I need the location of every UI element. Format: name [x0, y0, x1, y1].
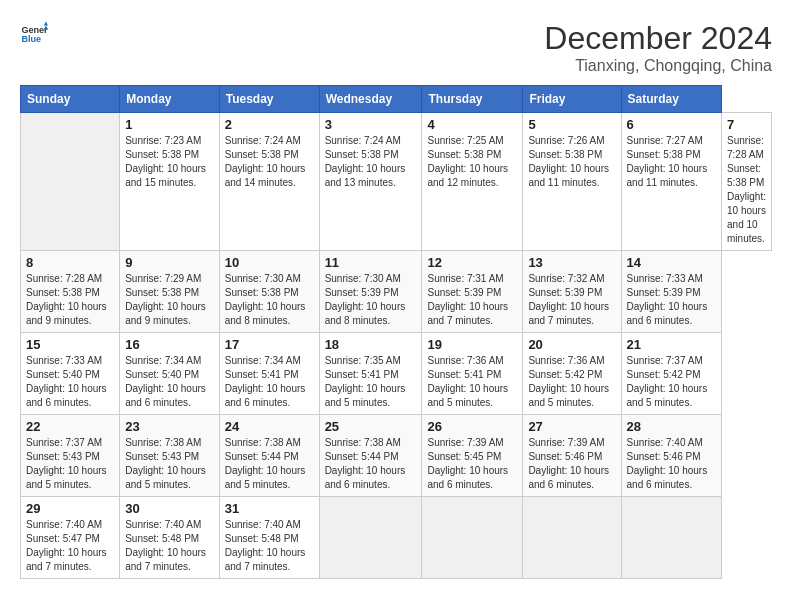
calendar-cell: 5Sunrise: 7:26 AMSunset: 5:38 PMDaylight… [523, 113, 621, 251]
day-number: 23 [125, 419, 214, 434]
main-title: December 2024 [544, 20, 772, 57]
day-number: 10 [225, 255, 314, 270]
day-info: Sunrise: 7:28 AMSunset: 5:38 PMDaylight:… [26, 272, 114, 328]
logo: General Blue [20, 20, 48, 48]
day-number: 3 [325, 117, 417, 132]
calendar-cell: 27Sunrise: 7:39 AMSunset: 5:46 PMDayligh… [523, 415, 621, 497]
day-info: Sunrise: 7:39 AMSunset: 5:45 PMDaylight:… [427, 436, 517, 492]
day-number: 12 [427, 255, 517, 270]
calendar-cell: 9Sunrise: 7:29 AMSunset: 5:38 PMDaylight… [120, 251, 220, 333]
calendar-cell: 10Sunrise: 7:30 AMSunset: 5:38 PMDayligh… [219, 251, 319, 333]
day-number: 16 [125, 337, 214, 352]
calendar-cell: 29Sunrise: 7:40 AMSunset: 5:47 PMDayligh… [21, 497, 120, 579]
day-info: Sunrise: 7:40 AMSunset: 5:48 PMDaylight:… [225, 518, 314, 574]
calendar-cell: 26Sunrise: 7:39 AMSunset: 5:45 PMDayligh… [422, 415, 523, 497]
calendar-cell: 1Sunrise: 7:23 AMSunset: 5:38 PMDaylight… [120, 113, 220, 251]
calendar-week-row: 1Sunrise: 7:23 AMSunset: 5:38 PMDaylight… [21, 113, 772, 251]
day-info: Sunrise: 7:34 AMSunset: 5:41 PMDaylight:… [225, 354, 314, 410]
calendar-cell: 4Sunrise: 7:25 AMSunset: 5:38 PMDaylight… [422, 113, 523, 251]
calendar-cell: 12Sunrise: 7:31 AMSunset: 5:39 PMDayligh… [422, 251, 523, 333]
calendar-cell: 23Sunrise: 7:38 AMSunset: 5:43 PMDayligh… [120, 415, 220, 497]
calendar-cell [319, 497, 422, 579]
svg-text:Blue: Blue [21, 34, 41, 44]
day-info: Sunrise: 7:23 AMSunset: 5:38 PMDaylight:… [125, 134, 214, 190]
page-header: General Blue December 2024 Tianxing, Cho… [20, 20, 772, 75]
calendar-week-row: 15Sunrise: 7:33 AMSunset: 5:40 PMDayligh… [21, 333, 772, 415]
calendar-cell: 11Sunrise: 7:30 AMSunset: 5:39 PMDayligh… [319, 251, 422, 333]
day-info: Sunrise: 7:31 AMSunset: 5:39 PMDaylight:… [427, 272, 517, 328]
calendar-cell: 19Sunrise: 7:36 AMSunset: 5:41 PMDayligh… [422, 333, 523, 415]
calendar-week-row: 8Sunrise: 7:28 AMSunset: 5:38 PMDaylight… [21, 251, 772, 333]
day-number: 6 [627, 117, 716, 132]
weekday-header-monday: Monday [120, 86, 220, 113]
calendar-cell: 30Sunrise: 7:40 AMSunset: 5:48 PMDayligh… [120, 497, 220, 579]
day-number: 28 [627, 419, 716, 434]
empty-cell [21, 113, 120, 251]
calendar-cell: 28Sunrise: 7:40 AMSunset: 5:46 PMDayligh… [621, 415, 721, 497]
calendar-cell: 8Sunrise: 7:28 AMSunset: 5:38 PMDaylight… [21, 251, 120, 333]
day-number: 5 [528, 117, 615, 132]
calendar-cell: 22Sunrise: 7:37 AMSunset: 5:43 PMDayligh… [21, 415, 120, 497]
title-area: December 2024 Tianxing, Chongqing, China [544, 20, 772, 75]
logo-icon: General Blue [20, 20, 48, 48]
calendar-cell: 20Sunrise: 7:36 AMSunset: 5:42 PMDayligh… [523, 333, 621, 415]
day-info: Sunrise: 7:25 AMSunset: 5:38 PMDaylight:… [427, 134, 517, 190]
day-number: 14 [627, 255, 716, 270]
day-number: 13 [528, 255, 615, 270]
day-info: Sunrise: 7:38 AMSunset: 5:43 PMDaylight:… [125, 436, 214, 492]
calendar-cell: 7Sunrise: 7:28 AMSunset: 5:38 PMDaylight… [722, 113, 772, 251]
calendar-cell: 17Sunrise: 7:34 AMSunset: 5:41 PMDayligh… [219, 333, 319, 415]
day-info: Sunrise: 7:38 AMSunset: 5:44 PMDaylight:… [225, 436, 314, 492]
day-info: Sunrise: 7:32 AMSunset: 5:39 PMDaylight:… [528, 272, 615, 328]
weekday-header-tuesday: Tuesday [219, 86, 319, 113]
weekday-header-wednesday: Wednesday [319, 86, 422, 113]
day-info: Sunrise: 7:40 AMSunset: 5:47 PMDaylight:… [26, 518, 114, 574]
subtitle: Tianxing, Chongqing, China [544, 57, 772, 75]
day-info: Sunrise: 7:40 AMSunset: 5:48 PMDaylight:… [125, 518, 214, 574]
weekday-header-saturday: Saturday [621, 86, 721, 113]
day-number: 2 [225, 117, 314, 132]
day-number: 1 [125, 117, 214, 132]
weekday-header-thursday: Thursday [422, 86, 523, 113]
day-info: Sunrise: 7:36 AMSunset: 5:42 PMDaylight:… [528, 354, 615, 410]
weekday-header-friday: Friday [523, 86, 621, 113]
svg-marker-2 [44, 21, 48, 25]
day-number: 4 [427, 117, 517, 132]
day-info: Sunrise: 7:36 AMSunset: 5:41 PMDaylight:… [427, 354, 517, 410]
day-number: 25 [325, 419, 417, 434]
calendar-cell: 15Sunrise: 7:33 AMSunset: 5:40 PMDayligh… [21, 333, 120, 415]
day-number: 9 [125, 255, 214, 270]
day-info: Sunrise: 7:33 AMSunset: 5:40 PMDaylight:… [26, 354, 114, 410]
calendar-cell [621, 497, 721, 579]
day-info: Sunrise: 7:35 AMSunset: 5:41 PMDaylight:… [325, 354, 417, 410]
day-info: Sunrise: 7:29 AMSunset: 5:38 PMDaylight:… [125, 272, 214, 328]
calendar-cell: 24Sunrise: 7:38 AMSunset: 5:44 PMDayligh… [219, 415, 319, 497]
calendar-cell: 31Sunrise: 7:40 AMSunset: 5:48 PMDayligh… [219, 497, 319, 579]
calendar-cell: 25Sunrise: 7:38 AMSunset: 5:44 PMDayligh… [319, 415, 422, 497]
day-info: Sunrise: 7:37 AMSunset: 5:43 PMDaylight:… [26, 436, 114, 492]
calendar-cell: 6Sunrise: 7:27 AMSunset: 5:38 PMDaylight… [621, 113, 721, 251]
day-info: Sunrise: 7:33 AMSunset: 5:39 PMDaylight:… [627, 272, 716, 328]
day-number: 17 [225, 337, 314, 352]
day-info: Sunrise: 7:26 AMSunset: 5:38 PMDaylight:… [528, 134, 615, 190]
day-number: 24 [225, 419, 314, 434]
calendar-cell [523, 497, 621, 579]
day-info: Sunrise: 7:30 AMSunset: 5:39 PMDaylight:… [325, 272, 417, 328]
day-info: Sunrise: 7:28 AMSunset: 5:38 PMDaylight:… [727, 134, 766, 246]
calendar-cell: 13Sunrise: 7:32 AMSunset: 5:39 PMDayligh… [523, 251, 621, 333]
weekday-header-sunday: Sunday [21, 86, 120, 113]
day-number: 31 [225, 501, 314, 516]
calendar-header-row: SundayMondayTuesdayWednesdayThursdayFrid… [21, 86, 772, 113]
day-number: 30 [125, 501, 214, 516]
day-number: 29 [26, 501, 114, 516]
calendar-week-row: 29Sunrise: 7:40 AMSunset: 5:47 PMDayligh… [21, 497, 772, 579]
day-number: 18 [325, 337, 417, 352]
day-info: Sunrise: 7:34 AMSunset: 5:40 PMDaylight:… [125, 354, 214, 410]
day-number: 26 [427, 419, 517, 434]
calendar-cell: 14Sunrise: 7:33 AMSunset: 5:39 PMDayligh… [621, 251, 721, 333]
day-number: 27 [528, 419, 615, 434]
day-number: 8 [26, 255, 114, 270]
day-number: 19 [427, 337, 517, 352]
calendar-cell: 21Sunrise: 7:37 AMSunset: 5:42 PMDayligh… [621, 333, 721, 415]
day-number: 11 [325, 255, 417, 270]
